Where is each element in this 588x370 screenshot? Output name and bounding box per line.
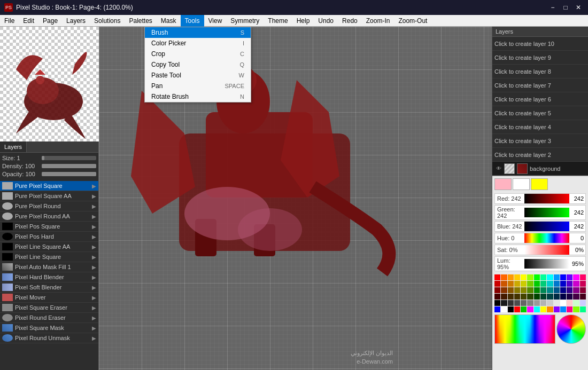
menu-undo[interactable]: Undo xyxy=(314,15,338,27)
swatch-yellow[interactable] xyxy=(531,178,548,190)
menu-theme[interactable]: Theme xyxy=(264,15,292,27)
palette-color-swatch[interactable] xyxy=(494,306,500,312)
palette-color-swatch[interactable] xyxy=(554,287,560,293)
palette-color-swatch[interactable] xyxy=(508,274,514,280)
palette-color-swatch[interactable] xyxy=(560,306,566,312)
menu-help[interactable]: Help xyxy=(292,15,314,27)
palette-color-swatch[interactable] xyxy=(554,274,560,280)
palette-color-swatch[interactable] xyxy=(501,287,507,293)
palette-color-swatch[interactable] xyxy=(521,306,527,312)
palette-color-swatch[interactable] xyxy=(540,300,546,306)
palette-color-swatch[interactable] xyxy=(521,287,527,293)
palette-color-swatch[interactable] xyxy=(501,274,507,280)
layer-item-background[interactable]: 👁 background xyxy=(492,162,588,176)
palette-color-swatch[interactable] xyxy=(534,287,540,293)
layer-item-10[interactable]: Click to create layer 10 xyxy=(492,37,588,51)
palette-color-swatch[interactable] xyxy=(534,300,540,306)
palette-color-swatch[interactable] xyxy=(567,274,572,280)
dd-item-brush[interactable]: Brush S xyxy=(145,27,251,38)
layer-item-7[interactable]: Click to create layer 7 xyxy=(492,78,588,92)
palette-color-swatch[interactable] xyxy=(501,306,507,312)
maximize-button[interactable]: □ xyxy=(560,2,571,13)
palette-color-swatch[interactable] xyxy=(514,274,520,280)
palette-color-swatch[interactable] xyxy=(580,294,586,300)
menu-file[interactable]: File xyxy=(0,15,19,27)
dd-item-rotate-brush[interactable]: Rotate Brush N xyxy=(145,91,251,102)
menu-view[interactable]: View xyxy=(204,15,227,27)
brush-item-pixel-mover[interactable]: Pixel Mover ▶ xyxy=(0,293,98,303)
menu-zoom-in[interactable]: Zoom-In xyxy=(362,15,394,27)
palette-color-swatch[interactable] xyxy=(501,294,507,300)
palette-color-swatch[interactable] xyxy=(527,281,533,287)
palette-color-swatch[interactable] xyxy=(514,300,520,306)
palette-color-swatch[interactable] xyxy=(521,294,527,300)
palette-color-swatch[interactable] xyxy=(573,300,579,306)
palette-color-swatch[interactable] xyxy=(547,274,553,280)
palette-color-swatch[interactable] xyxy=(580,287,586,293)
color-gradient-box[interactable] xyxy=(494,314,555,344)
menu-zoom-out[interactable]: Zoom-Out xyxy=(394,15,431,27)
layer-item-9[interactable]: Click to create layer 9 xyxy=(492,51,588,65)
palette-color-swatch[interactable] xyxy=(534,306,540,312)
brush-item-pure-pixel-square[interactable]: Pure Pixel Square ▶ xyxy=(0,181,98,191)
layer-item-8[interactable]: Click to create layer 8 xyxy=(492,65,588,78)
palette-color-swatch[interactable] xyxy=(514,287,520,293)
palette-color-swatch[interactable] xyxy=(560,281,566,287)
palette-color-swatch[interactable] xyxy=(567,300,572,306)
palette-color-swatch[interactable] xyxy=(521,274,527,280)
palette-color-swatch[interactable] xyxy=(540,274,546,280)
palette-color-swatch[interactable] xyxy=(547,300,553,306)
density-slider[interactable] xyxy=(42,164,96,168)
palette-color-swatch[interactable] xyxy=(580,300,586,306)
layer-eye-icon[interactable]: 👁 xyxy=(494,165,503,172)
palette-color-swatch[interactable] xyxy=(534,274,540,280)
palette-color-swatch[interactable] xyxy=(573,294,579,300)
brush-item-pixel-line-square[interactable]: Pixel Line Square ▶ xyxy=(0,252,98,262)
palette-color-swatch[interactable] xyxy=(573,274,579,280)
dd-item-color-picker[interactable]: Color Picker I xyxy=(145,38,251,49)
menu-tools[interactable]: Tools xyxy=(181,15,204,27)
dd-item-paste-tool[interactable]: Paste Tool W xyxy=(145,70,251,81)
palette-color-swatch[interactable] xyxy=(527,294,533,300)
palette-color-swatch[interactable] xyxy=(580,274,586,280)
palette-color-swatch[interactable] xyxy=(521,300,527,306)
palette-color-swatch[interactable] xyxy=(501,300,507,306)
palette-color-swatch[interactable] xyxy=(554,294,560,300)
red-slider[interactable] xyxy=(524,194,569,203)
brush-item-pixel-pos-square[interactable]: Pixel Pos Square ▶ xyxy=(0,222,98,232)
palette-color-swatch[interactable] xyxy=(547,306,553,312)
palette-color-swatch[interactable] xyxy=(573,281,579,287)
palette-color-swatch[interactable] xyxy=(494,300,500,306)
palette-color-swatch[interactable] xyxy=(514,306,520,312)
palette-color-swatch[interactable] xyxy=(567,287,572,293)
palette-color-swatch[interactable] xyxy=(540,306,546,312)
menu-edit[interactable]: Edit xyxy=(19,15,38,27)
dd-item-copy-tool[interactable]: Copy Tool Q xyxy=(145,59,251,70)
palette-color-swatch[interactable] xyxy=(560,274,566,280)
dd-item-pan[interactable]: Pan SPACE xyxy=(145,81,251,91)
palette-color-swatch[interactable] xyxy=(527,274,533,280)
palette-color-swatch[interactable] xyxy=(547,281,553,287)
brush-item-pixel-square-eraser[interactable]: Pixel Square Eraser ▶ xyxy=(0,303,98,313)
brush-item-pixel-line-square-aa[interactable]: Pixel Line Square AA ▶ xyxy=(0,242,98,252)
palette-color-swatch[interactable] xyxy=(527,300,533,306)
palette-color-swatch[interactable] xyxy=(560,294,566,300)
palette-color-swatch[interactable] xyxy=(580,306,586,312)
close-button[interactable]: ✕ xyxy=(573,2,584,13)
brush-item-pixel-pos-hard[interactable]: Pixel Pos Hard ▶ xyxy=(0,232,98,242)
opacity-slider[interactable] xyxy=(42,172,96,176)
palette-color-swatch[interactable] xyxy=(494,287,500,293)
palette-color-swatch[interactable] xyxy=(508,287,514,293)
menu-palettes[interactable]: Palettes xyxy=(125,15,156,27)
size-slider[interactable] xyxy=(42,156,96,160)
palette-color-swatch[interactable] xyxy=(527,287,533,293)
palette-color-swatch[interactable] xyxy=(547,287,553,293)
layer-item-3[interactable]: Click to create layer 3 xyxy=(492,134,588,148)
menu-page[interactable]: Page xyxy=(38,15,62,27)
brush-item-pixel-square-mask[interactable]: Pixel Square Mask ▶ xyxy=(0,323,98,333)
palette-color-swatch[interactable] xyxy=(514,281,520,287)
menu-redo[interactable]: Redo xyxy=(338,15,362,27)
lum-slider[interactable] xyxy=(524,259,569,269)
palette-color-swatch[interactable] xyxy=(554,306,560,312)
dd-item-crop[interactable]: Crop C xyxy=(145,49,251,59)
